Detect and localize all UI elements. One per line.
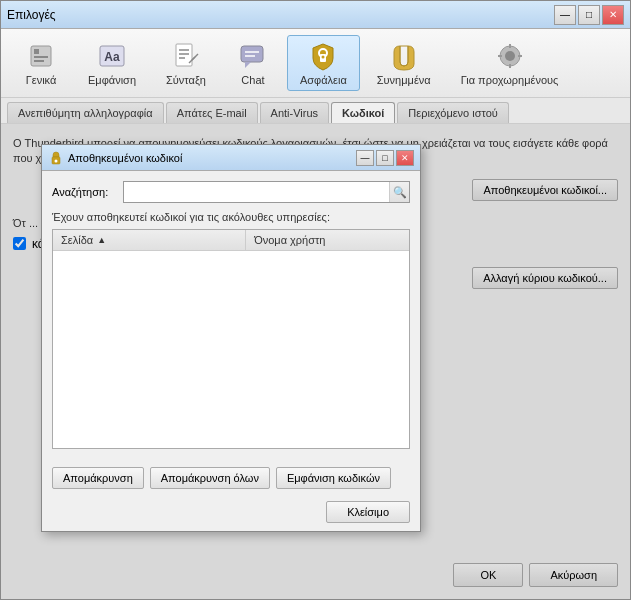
toolbar-item-appearance[interactable]: Aa Εμφάνιση [75, 35, 149, 91]
modal-bottom-buttons: Απομάκρυνση Απομάκρυνση όλων Εμφάνιση κω… [42, 459, 420, 497]
general-icon [25, 40, 57, 72]
modal-overlay: Αποθηκευμένοι κωδικοί — □ ✕ Αναζήτηση: [1, 124, 630, 599]
toolbar: Γενικά Aa Εμφάνιση [1, 29, 630, 98]
passwords-table[interactable]: Σελίδα ▲ Όνομα χρήστη [52, 229, 410, 449]
col-header-username[interactable]: Όνομα χρήστη [246, 230, 409, 250]
toolbar-item-general[interactable]: Γενικά [11, 35, 71, 91]
compose-icon [170, 40, 202, 72]
tab-spam[interactable]: Ανεπιθύμητη αλληλογραφία [7, 102, 164, 123]
svg-point-20 [505, 51, 515, 61]
title-bar: Επιλογές — □ ✕ [1, 1, 630, 29]
general-label: Γενικά [26, 74, 57, 86]
toolbar-item-chat[interactable]: Chat [223, 35, 283, 91]
sort-icon: ▲ [97, 235, 106, 245]
appearance-icon: Aa [96, 40, 128, 72]
chat-icon [237, 40, 269, 72]
attachments-icon [388, 40, 420, 72]
tab-bar: Ανεπιθύμητη αλληλογραφία Απάτες E-mail A… [1, 98, 630, 124]
main-window: Επιλογές — □ ✕ Γενικά Aa [0, 0, 631, 600]
maximize-button[interactable]: □ [578, 5, 600, 25]
modal-close-row: Κλείσιμο [42, 497, 420, 531]
show-passwords-button[interactable]: Εμφάνιση κωδικών [276, 467, 391, 489]
advanced-icon [494, 40, 526, 72]
security-label: Ασφάλεια [300, 74, 347, 86]
modal-content: Αναζήτηση: 🔍 Έχουν αποθηκευτεί κωδικοί γ… [42, 171, 420, 459]
search-button[interactable]: 🔍 [389, 182, 409, 202]
close-button[interactable]: ✕ [602, 5, 624, 25]
svg-point-18 [322, 56, 325, 59]
attachments-label: Συνημμένα [377, 74, 431, 86]
saved-passwords-dialog: Αποθηκευμένοι κωδικοί — □ ✕ Αναζήτηση: [41, 144, 421, 532]
tab-webcontent[interactable]: Περιεχόμενο ιστού [397, 102, 509, 123]
modal-lock-icon [48, 150, 64, 166]
tab-passwords[interactable]: Κωδικοί [331, 102, 395, 123]
remove-all-button[interactable]: Απομάκρυνση όλων [150, 467, 270, 489]
svg-rect-12 [241, 46, 263, 62]
appearance-label: Εμφάνιση [88, 74, 136, 86]
svg-rect-3 [34, 60, 44, 62]
search-input-wrap: 🔍 [123, 181, 410, 203]
content-area: Ο Thunderbird μπορεί να απομνημονεύσει κ… [1, 124, 630, 599]
table-header: Σελίδα ▲ Όνομα χρήστη [53, 230, 409, 251]
remove-button[interactable]: Απομάκρυνση [52, 467, 144, 489]
toolbar-item-security[interactable]: Ασφάλεια [287, 35, 360, 91]
saved-description: Έχουν αποθηκευτεί κωδικοί για τις ακόλου… [52, 211, 410, 223]
search-label: Αναζήτηση: [52, 186, 117, 198]
toolbar-item-advanced[interactable]: Για προχωρημένους [448, 35, 572, 91]
toolbar-item-compose[interactable]: Σύνταξη [153, 35, 219, 91]
modal-title-left: Αποθηκευμένοι κωδικοί [48, 150, 182, 166]
window-controls: — □ ✕ [554, 5, 624, 25]
svg-marker-13 [245, 62, 251, 68]
security-icon [307, 40, 339, 72]
window-title: Επιλογές [7, 8, 56, 22]
modal-title-text: Αποθηκευμένοι κωδικοί [68, 152, 182, 164]
svg-point-26 [55, 159, 58, 162]
compose-label: Σύνταξη [166, 74, 206, 86]
search-row: Αναζήτηση: 🔍 [52, 181, 410, 203]
modal-close-button[interactable]: ✕ [396, 150, 414, 166]
toolbar-item-attachments[interactable]: Συνημμένα [364, 35, 444, 91]
modal-title-bar: Αποθηκευμένοι κωδικοί — □ ✕ [42, 145, 420, 171]
modal-close-dialog-button[interactable]: Κλείσιμο [326, 501, 410, 523]
col-header-site[interactable]: Σελίδα ▲ [53, 230, 246, 250]
svg-text:Aa: Aa [104, 50, 120, 64]
modal-maximize-button[interactable]: □ [376, 150, 394, 166]
svg-rect-1 [34, 49, 39, 54]
search-input[interactable] [123, 181, 410, 203]
chat-label: Chat [241, 74, 264, 86]
modal-controls: — □ ✕ [356, 150, 414, 166]
advanced-label: Για προχωρημένους [461, 74, 559, 86]
svg-rect-2 [34, 56, 48, 58]
modal-minimize-button[interactable]: — [356, 150, 374, 166]
table-body [53, 251, 409, 443]
tab-email-scams[interactable]: Απάτες E-mail [166, 102, 258, 123]
minimize-button[interactable]: — [554, 5, 576, 25]
tab-antivirus[interactable]: Anti-Virus [260, 102, 329, 123]
